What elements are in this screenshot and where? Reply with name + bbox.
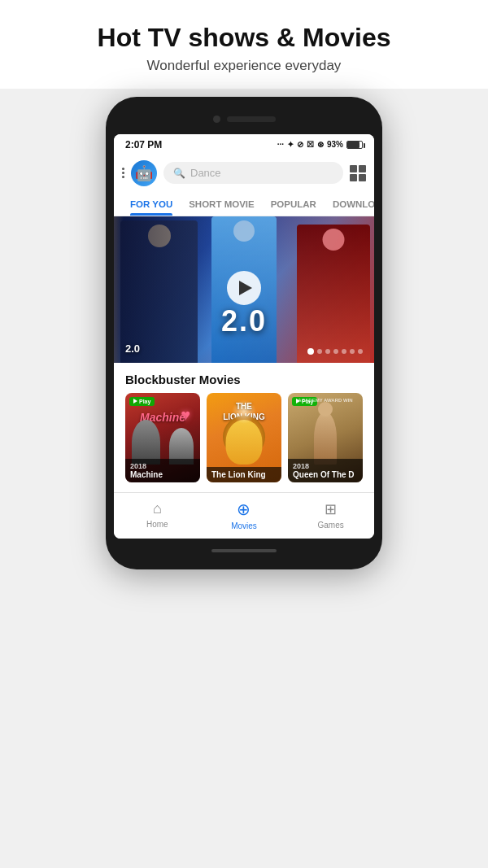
phone-camera-area [114,108,374,131]
marketing-section: Hot TV shows & Movies Wonderful experien… [0,0,488,89]
bottom-navigation: ⌂ Home ⊕ Movies ⊞ Games [114,492,374,539]
marketing-title: Hot TV shows & Movies [16,23,472,53]
movie-grid: Play ♥ Machine 2018 Machine [114,393,374,492]
lion-face [226,420,263,465]
sun-glow [232,399,256,424]
search-icon: 🔍 [173,168,185,179]
status-bar: 2:07 PM ··· ✦ ⊘ ☒ ⊛ 93% [114,134,374,154]
movie-name-machine: Machine [130,470,195,479]
play-triangle-icon [239,281,252,295]
battery-bar [346,141,363,149]
bluetooth-icon: ✦ [287,140,294,149]
status-icons: ··· ✦ ⊘ ☒ ⊛ 93% [277,140,363,149]
movie-card-lion-king[interactable]: THELION KING The Lion King [207,393,281,482]
movie-year-queen: 2018 [293,462,358,470]
battery-fill [347,142,359,148]
tab-download[interactable]: DOWNLOAD [325,193,374,216]
play-badge-machine: Play [129,397,155,406]
signal-dots: ··· [277,140,284,149]
marketing-subtitle: Wonderful experience everyday [16,58,472,74]
tab-popular[interactable]: POPULAR [263,193,325,216]
movie-name-lion-king: The Lion King [211,470,277,479]
tab-for-you[interactable]: FOR YOU [122,193,181,216]
hero-dot-2 [317,349,322,354]
battery-percent: 93% [327,140,343,149]
app-logo-icon: 🤖 [135,164,153,182]
nav-label-games: Games [318,521,344,530]
hero-figure-right [297,225,370,363]
movie-year-machine: 2018 [130,462,195,470]
nav-label-home: Home [146,520,168,529]
camera-dot [213,116,220,123]
hero-label: 2.0 [125,342,140,355]
phone-outer: 2:07 PM ··· ✦ ⊘ ☒ ⊛ 93% [106,97,382,569]
games-icon: ⊞ [325,500,337,518]
hero-dot-3 [325,349,330,354]
app-header: 🤖 🔍 Dance [114,154,374,193]
hero-title: 2.0 [221,304,267,338]
person-silhouette-1 [132,420,160,465]
section-blockbuster-title: Blockbuster Movies [114,363,374,393]
hero-dot-1 [307,348,314,355]
search-bar[interactable]: 🔍 Dance [163,162,343,184]
movie-card-queen[interactable]: Play ACADEMY AWARD WIN 2018 Queen Of The… [288,393,363,482]
data-icon: ⊘ [297,140,303,149]
nav-item-home[interactable]: ⌂ Home [133,500,181,529]
home-icon: ⌂ [153,500,162,517]
wifi-icon: ⊛ [317,140,324,149]
tab-short-movie[interactable]: SHORT MOVIE [181,193,263,216]
movie-info-lion-king: The Lion King [207,467,281,482]
hero-dot-6 [350,349,355,354]
movie-name-queen: Queen Of The D [293,470,358,479]
movie-info-queen: 2018 Queen Of The D [288,459,363,482]
movie-card-machine[interactable]: Play ♥ Machine 2018 Machine [125,393,200,482]
sim-icon: ☒ [307,140,314,149]
play-button[interactable] [227,271,261,305]
hero-banner[interactable]: 2.0 2.0 [114,216,374,363]
queen-person [314,412,337,465]
phone-screen: 2:07 PM ··· ✦ ⊘ ☒ ⊛ 93% [114,134,374,539]
hero-dot-4 [333,349,338,354]
movies-icon: ⊕ [237,499,251,519]
nav-tabs: FOR YOU SHORT MOVIE POPULAR DOWNLOAD [114,193,374,216]
nav-item-games[interactable]: ⊞ Games [307,500,355,530]
home-indicator [211,549,277,552]
movie-info-machine: 2018 Machine [125,459,200,482]
grid-view-icon[interactable] [350,165,366,181]
speaker-bar [227,116,276,122]
menu-button[interactable] [122,168,124,178]
phone-bottom-bar [114,543,374,558]
nav-item-movies[interactable]: ⊕ Movies [220,499,268,530]
nav-label-movies: Movies [231,521,257,530]
status-time: 2:07 PM [125,139,162,150]
hero-dot-7 [358,349,363,354]
search-placeholder: Dance [190,167,221,179]
app-logo[interactable]: 🤖 [131,160,157,186]
hero-dot-5 [342,349,346,354]
hero-pagination-dots [307,348,363,355]
phone-device: 2:07 PM ··· ✦ ⊘ ☒ ⊛ 93% [106,97,382,569]
